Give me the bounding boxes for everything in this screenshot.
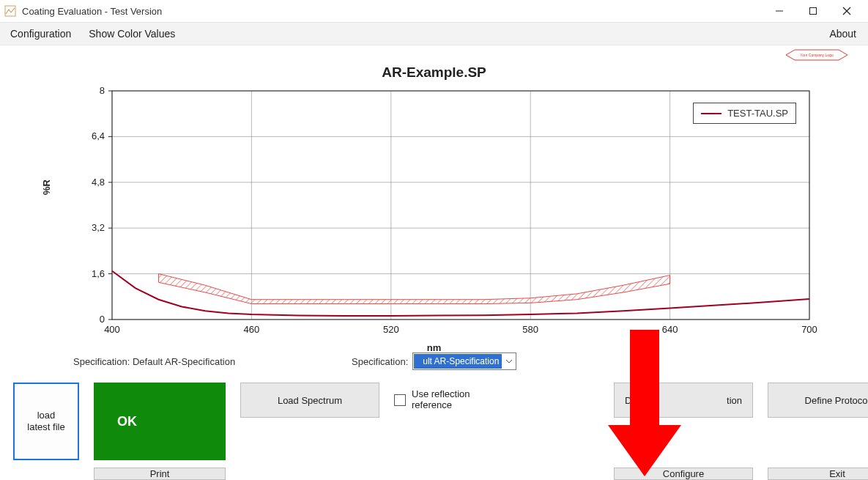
specification-dropdown[interactable]: ult AR-Specification	[412, 352, 516, 370]
y-axis-label: %R	[41, 180, 52, 195]
menu-about[interactable]: About	[829, 28, 856, 40]
svg-text:580: 580	[522, 324, 538, 335]
svg-text:0: 0	[99, 314, 104, 325]
svg-rect-2	[810, 8, 817, 15]
svg-text:1,6: 1,6	[91, 268, 104, 279]
delete-specification-button[interactable]: De tion	[614, 383, 753, 418]
specification-dropdown-value: ult AR-Specification	[414, 354, 502, 369]
svg-text:4,8: 4,8	[91, 177, 104, 188]
svg-text:3,2: 3,2	[91, 222, 104, 233]
print-button[interactable]: Print	[94, 468, 226, 480]
exit-button[interactable]: Exit	[768, 468, 868, 480]
specification-text: Specification: Default AR-Specification	[73, 356, 352, 367]
chart-legend: TEST-TAU.SP	[693, 103, 796, 124]
company-logo: Your Company Logo	[786, 48, 847, 62]
use-reflection-label: Use reflectionreference	[412, 389, 470, 411]
legend-swatch-icon	[701, 113, 722, 114]
menu-configuration[interactable]: Configuration	[10, 28, 71, 40]
window-minimize-button[interactable]	[763, 0, 796, 22]
legend-label: TEST-TAU.SP	[727, 108, 788, 119]
svg-text:Your Company Logo: Your Company Logo	[800, 53, 834, 57]
window-maximize-button[interactable]	[796, 0, 830, 22]
load-latest-line1: load	[37, 410, 56, 421]
svg-text:8: 8	[99, 85, 104, 96]
window-titlebar: Coating Evaluation - Test Version	[0, 0, 868, 23]
configure-button[interactable]: Configure	[614, 468, 753, 480]
svg-text:520: 520	[382, 324, 398, 335]
menu-bar: Configuration Show Color Values About	[0, 23, 868, 45]
load-latest-line2: latest file	[27, 421, 64, 433]
menu-show-color-values[interactable]: Show Color Values	[89, 28, 175, 40]
app-icon	[4, 5, 16, 17]
svg-text:700: 700	[801, 324, 817, 335]
use-reflection-checkbox[interactable]: Use reflectionreference	[394, 383, 599, 418]
checkbox-icon	[394, 394, 406, 406]
load-spectrum-button[interactable]: Load Spectrum	[240, 383, 379, 418]
svg-text:640: 640	[661, 324, 678, 335]
x-axis-label: nm	[427, 342, 442, 353]
svg-rect-37	[112, 91, 809, 320]
define-protocol-button[interactable]: Define Protocol	[768, 383, 868, 418]
chart-title: AR-Example.SP	[0, 64, 868, 81]
load-latest-file-button[interactable]: load latest file	[13, 383, 79, 460]
chart-area: %R 40046052058064070001,63,24,86,48 TEST…	[15, 85, 853, 349]
svg-text:460: 460	[243, 324, 259, 335]
svg-marker-39	[158, 274, 669, 304]
chevron-down-icon	[502, 359, 516, 363]
specification-dropdown-label: Specification:	[352, 356, 408, 367]
svg-text:6,4: 6,4	[91, 130, 104, 141]
window-close-button[interactable]	[830, 0, 864, 22]
window-title: Coating Evaluation - Test Version	[22, 6, 763, 17]
svg-text:400: 400	[104, 324, 120, 335]
ok-button[interactable]: OK	[94, 383, 226, 460]
